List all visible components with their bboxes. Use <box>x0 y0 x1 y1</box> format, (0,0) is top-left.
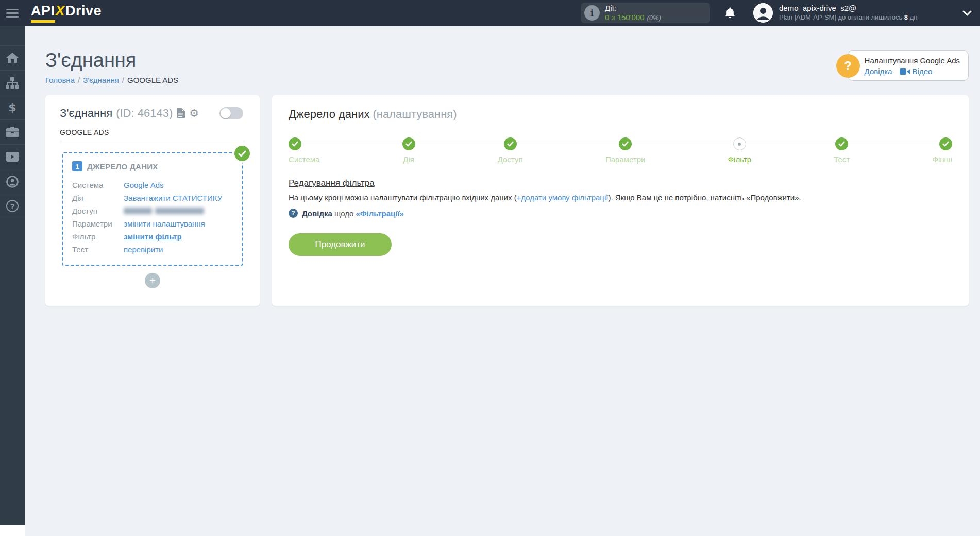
connection-id: (ID: 46143) <box>116 107 173 120</box>
filter-description: На цьому кроці можна налаштувати фільтра… <box>289 193 952 202</box>
apixdrive-logo[interactable]: APIXDrive <box>31 3 102 23</box>
help-box: ? Налаштування Google Ads Довідка Відео <box>848 50 969 81</box>
page-title: З'єднання <box>45 49 969 72</box>
panel-title: Джерело даних <box>289 108 370 120</box>
main-content: З'єднання Головна/З'єднання/GOOGLE ADS ?… <box>25 26 980 536</box>
connection-card: З'єднання (ID: 46143) ⚙ GOOGLE ADS 1 ДЖЕ… <box>45 95 260 306</box>
step-done-icon <box>289 137 301 150</box>
breadcrumb-connections[interactable]: З'єднання <box>83 76 119 84</box>
step-done-icon <box>402 137 415 150</box>
add-filter-condition-link[interactable]: +додати умову фільтрації <box>517 193 609 202</box>
dollar-icon: $ <box>8 101 16 114</box>
connection-title: З'єднання <box>60 107 112 120</box>
briefcase-icon <box>6 127 19 137</box>
sidebar-item-help[interactable]: ? <box>0 194 25 218</box>
sitemap-icon <box>6 77 19 89</box>
continue-button[interactable]: Продовжити <box>289 233 392 256</box>
breadcrumb: Головна/З'єднання/GOOGLE ADS <box>45 76 969 84</box>
connection-toggle[interactable] <box>219 107 243 119</box>
home-icon <box>6 53 19 64</box>
youtube-icon <box>6 152 19 162</box>
source-row-test: Тест перевірити <box>72 243 233 256</box>
plan-days: 8 <box>904 13 908 21</box>
breadcrumb-current: GOOGLE ADS <box>127 76 178 84</box>
source-row-filter: Фільтр змінити фільтр <box>72 230 233 243</box>
settings-panel: Джерело даних(налаштування) Система Дія … <box>272 95 969 306</box>
sidebar-item-home[interactable] <box>0 45 25 70</box>
section-title: Редагування фільтра <box>289 178 952 188</box>
usage-label: Дії: <box>605 4 661 13</box>
help-docs-link[interactable]: Довідка <box>865 67 892 76</box>
source-block-title: ДЖЕРЕЛО ДАНИХ <box>87 162 158 171</box>
actions-usage-box: i Дії: 0 з 150'000(0%) <box>581 3 710 23</box>
source-check-icon <box>234 146 250 161</box>
source-number-badge: 1 <box>72 161 82 171</box>
test-value-link[interactable]: перевірити <box>124 243 163 256</box>
step-done-icon <box>939 137 952 150</box>
step-current-icon <box>733 137 746 150</box>
step-filter[interactable]: Фільтр <box>728 137 751 164</box>
help-circle-icon: ? <box>289 209 298 218</box>
sidebar: $ ? <box>0 26 25 525</box>
top-header: APIXDrive i Дії: 0 з 150'000(0%) demo_ap… <box>0 0 980 26</box>
step-done-icon <box>619 137 632 150</box>
step-done-icon <box>835 137 848 150</box>
info-icon: i <box>584 5 600 21</box>
progress-steps: Система Дія Доступ Параметри Фільтр <box>289 137 952 164</box>
panel-subtitle: (налаштування) <box>373 108 457 120</box>
sidebar-item-connections[interactable] <box>0 70 25 95</box>
profile-icon <box>6 176 19 188</box>
source-row-system: Система Google Ads <box>72 179 233 192</box>
source-row-access: Доступ <box>72 204 233 217</box>
data-source-block[interactable]: 1 ДЖЕРЕЛО ДАНИХ Система Google Ads Дія З… <box>62 152 243 266</box>
help-box-title: Налаштування Google Ads <box>865 56 960 66</box>
source-row-action: Дія Завантажити СТАТИСТИКУ <box>72 192 233 204</box>
step-access[interactable]: Доступ <box>498 137 523 164</box>
usage-percent: (0%) <box>647 14 661 22</box>
notifications-bell-icon[interactable] <box>724 7 736 19</box>
system-value-link[interactable]: Google Ads <box>124 179 164 192</box>
gear-icon[interactable]: ⚙ <box>189 108 199 118</box>
user-plan: Plan |ADM-AP-SM| до оплати лишилось 8 дн <box>779 13 939 22</box>
sidebar-item-video[interactable] <box>0 144 25 169</box>
step-action[interactable]: Дія <box>402 137 415 164</box>
step-test[interactable]: Тест <box>834 137 850 164</box>
video-camera-icon <box>900 68 910 75</box>
user-name: demo_apix-drive_s2@ <box>779 4 939 13</box>
help-question-icon[interactable]: ? <box>836 54 860 78</box>
question-icon: ? <box>6 200 19 212</box>
logo-drive: Drive <box>65 3 102 19</box>
sidebar-item-services[interactable] <box>0 119 25 144</box>
user-avatar[interactable] <box>753 3 773 23</box>
breadcrumb-home[interactable]: Головна <box>45 76 75 84</box>
document-icon[interactable] <box>177 108 185 118</box>
redacted-value <box>124 208 204 214</box>
step-finish[interactable]: Фініш <box>933 137 952 164</box>
step-system[interactable]: Система <box>289 137 319 164</box>
chevron-down-icon[interactable] <box>962 10 972 16</box>
source-row-params: Параметри змінити налаштування <box>72 217 233 230</box>
sidebar-item-billing[interactable]: $ <box>0 95 25 119</box>
filter-value-link[interactable]: змінити фільтр <box>124 230 182 243</box>
filter-help-link[interactable]: ? Довідка щодо «Фільтрації» <box>289 209 952 218</box>
sidebar-item-profile[interactable] <box>0 169 25 194</box>
user-menu[interactable]: demo_apix-drive_s2@ Plan |ADM-AP-SM| до … <box>779 4 939 22</box>
usage-value: 0 з 150'000 <box>605 13 644 22</box>
step-done-icon <box>504 137 517 150</box>
action-value-link[interactable]: Завантажити СТАТИСТИКУ <box>124 192 222 204</box>
hamburger-menu-icon[interactable] <box>0 0 25 26</box>
add-step-button[interactable]: + <box>145 273 160 288</box>
logo-x: X <box>56 3 65 19</box>
step-params[interactable]: Параметри <box>605 137 646 164</box>
logo-api: API <box>31 3 55 23</box>
params-value-link[interactable]: змінити налаштування <box>124 217 205 230</box>
service-label: GOOGLE ADS <box>60 128 245 142</box>
help-video-link[interactable]: Відео <box>900 67 933 76</box>
